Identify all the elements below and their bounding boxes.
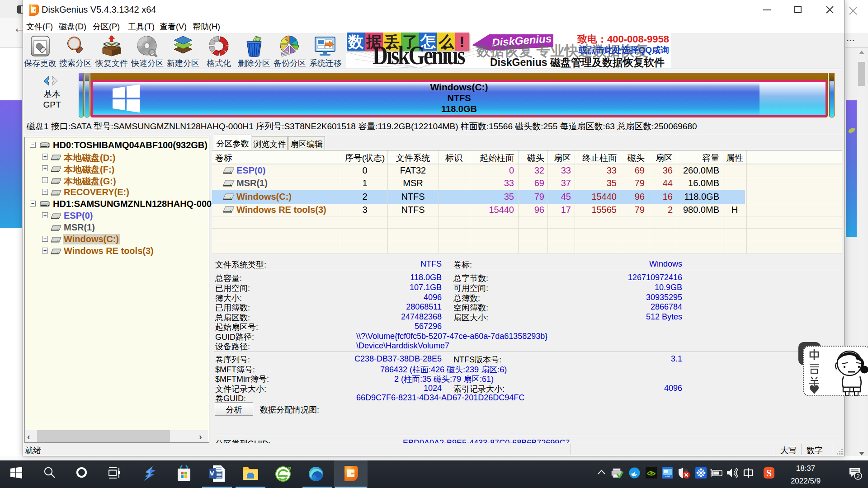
- svg-text:S: S: [766, 468, 772, 479]
- svg-text:2: 2: [856, 473, 859, 479]
- svg-text:intel: intel: [665, 475, 670, 478]
